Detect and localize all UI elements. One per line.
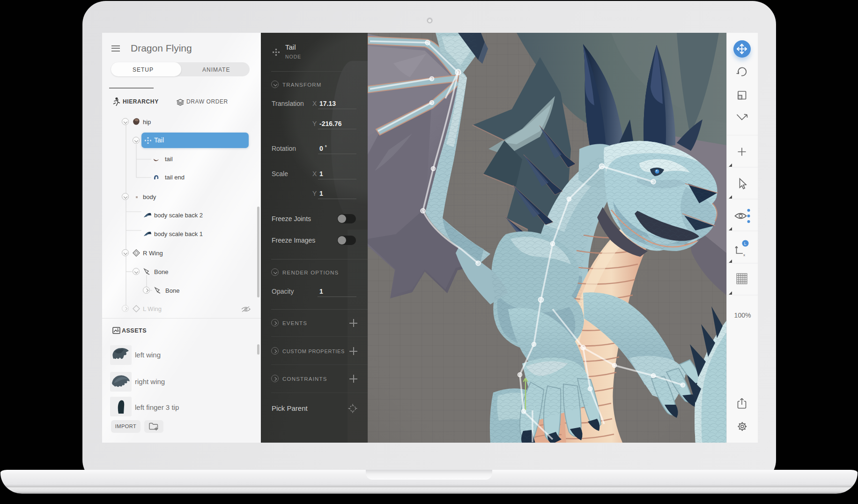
svg-text:x: x [743, 253, 745, 257]
svg-text:L: L [744, 241, 747, 246]
